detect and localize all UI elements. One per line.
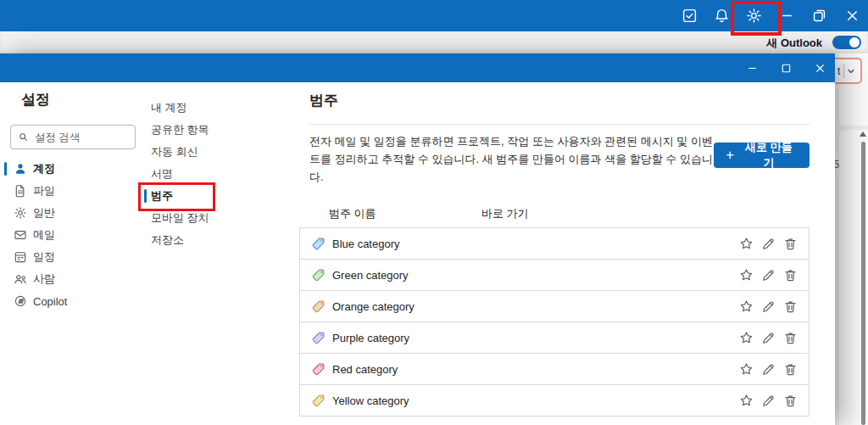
new-outlook-strip: 새 Outlook xyxy=(0,31,868,53)
scrollbar-thumb[interactable] xyxy=(861,142,865,425)
tag-icon xyxy=(311,299,326,314)
trash-icon[interactable] xyxy=(783,394,798,408)
category-name: Green category xyxy=(332,269,409,282)
category-row[interactable]: Purple category xyxy=(299,322,810,354)
subnav-item-my-account[interactable]: 내 계정 xyxy=(140,97,299,119)
calendar-icon xyxy=(14,250,27,264)
sidebar-item-copilot[interactable]: Copilot xyxy=(0,290,140,312)
trash-icon[interactable] xyxy=(783,331,798,345)
search-icon xyxy=(18,131,29,143)
app-titlebar xyxy=(0,0,868,31)
category-name: Purple category xyxy=(332,332,409,344)
subnav-item-label: 범주 xyxy=(151,188,173,204)
subnav-item-signature[interactable]: 서명 xyxy=(140,163,299,185)
pencil-icon[interactable] xyxy=(761,299,776,314)
sidebar-item-files[interactable]: 파일 xyxy=(0,180,140,202)
window-close-icon[interactable] xyxy=(844,8,860,24)
scroll-up-arrow-icon[interactable] xyxy=(860,131,866,137)
title-divider xyxy=(309,124,810,125)
sidebar-item-calendar[interactable]: 일정 xyxy=(0,246,140,268)
dialog-close-icon[interactable] xyxy=(810,53,830,82)
category-row[interactable]: Blue category xyxy=(299,227,810,260)
category-name: Orange category xyxy=(332,300,415,313)
star-icon[interactable] xyxy=(739,362,754,377)
category-name: Yellow category xyxy=(332,394,409,407)
column-shortcut: 바로 가기 xyxy=(481,206,529,221)
category-row[interactable]: Orange category xyxy=(299,290,810,322)
new-outlook-label: 새 Outlook xyxy=(766,36,822,51)
settings-search-box[interactable] xyxy=(10,125,136,149)
gear-icon xyxy=(14,206,27,220)
categories-description: 전자 메일 및 일정을 분류하면 프로젝트, 작업 또는 사용자와 관련된 메시… xyxy=(309,132,714,186)
window-restore-icon[interactable] xyxy=(811,8,827,24)
star-icon[interactable] xyxy=(739,394,754,408)
subnav-item-storage[interactable]: 저장소 xyxy=(140,229,299,251)
subnav-item-label: 서명 xyxy=(151,166,173,182)
pencil-icon[interactable] xyxy=(761,394,776,408)
sidebar-item-label: 파일 xyxy=(33,183,55,199)
subnav-item-shared[interactable]: 공유한 항목 xyxy=(140,119,299,141)
outlook-app: 새 Outlook 5 t xyxy=(0,0,868,425)
create-new-label: 새로 만들기 xyxy=(740,140,798,171)
tag-icon xyxy=(311,268,326,282)
settings-nav: 계정 파일 일반 xyxy=(0,158,140,312)
categories-panel: 범주 전자 메일 및 일정을 분류하면 프로젝트, 작업 또는 사용자와 관련된… xyxy=(299,82,835,425)
trash-icon[interactable] xyxy=(783,237,798,251)
subnav-item-label: 자동 회신 xyxy=(151,144,198,159)
subnav-item-auto-reply[interactable]: 자동 회신 xyxy=(140,141,299,163)
trash-icon[interactable] xyxy=(783,362,798,377)
dialog-minimize-icon[interactable] xyxy=(742,53,762,82)
subnav-item-categories[interactable]: 범주 xyxy=(140,185,299,207)
subnav-item-label: 공유한 항목 xyxy=(151,122,209,137)
settings-sidebar: 설정 계정 xyxy=(0,82,140,425)
window-minimize-icon[interactable] xyxy=(779,8,795,24)
mail-icon xyxy=(14,228,27,242)
star-icon[interactable] xyxy=(739,268,754,282)
tag-icon xyxy=(311,362,326,377)
sidebar-item-mail[interactable]: 메일 xyxy=(0,224,140,246)
column-category-name: 범주 이름 xyxy=(329,206,376,221)
sidebar-item-label: 사람 xyxy=(33,271,55,287)
sidebar-item-label: 일반 xyxy=(33,205,55,221)
description-line-2: 정리하고 추적할 수 있습니다. 새 범주를 만들어 이름과 색을 할당할 수 … xyxy=(309,153,713,183)
gear-icon[interactable] xyxy=(746,8,762,24)
subnav-item-label: 모바일 장치 xyxy=(151,210,209,226)
dialog-titlebar xyxy=(0,53,835,82)
my-day-icon[interactable] xyxy=(682,8,698,24)
category-row[interactable]: Green category xyxy=(299,259,810,291)
sidebar-item-label: 일정 xyxy=(33,249,55,265)
dialog-maximize-icon[interactable] xyxy=(776,53,796,82)
copilot-icon xyxy=(14,294,27,308)
table-header: 범주 이름 바로 가기 xyxy=(299,204,810,223)
sidebar-item-general[interactable]: 일반 xyxy=(0,202,140,224)
settings-search-input[interactable] xyxy=(33,131,135,144)
pencil-icon[interactable] xyxy=(761,237,776,251)
star-icon[interactable] xyxy=(739,237,754,251)
chevron-down-icon xyxy=(847,67,855,75)
settings-dialog: 설정 계정 xyxy=(0,53,835,425)
new-outlook-toggle[interactable] xyxy=(832,36,861,49)
tag-icon xyxy=(311,331,326,345)
dropdown-divider xyxy=(843,64,844,78)
toggle-knob xyxy=(849,37,860,48)
plus-icon: + xyxy=(726,148,733,162)
people-icon xyxy=(14,272,27,286)
sidebar-item-people[interactable]: 사람 xyxy=(0,268,140,290)
trash-icon[interactable] xyxy=(783,299,798,314)
pencil-icon[interactable] xyxy=(761,268,776,282)
create-new-button[interactable]: + 새로 만들기 xyxy=(714,143,810,168)
star-icon[interactable] xyxy=(739,299,754,314)
dropdown-partial-text: t xyxy=(837,65,840,77)
pencil-icon[interactable] xyxy=(761,362,776,377)
category-row[interactable]: Yellow category xyxy=(299,384,810,417)
pencil-icon[interactable] xyxy=(761,331,776,345)
star-icon[interactable] xyxy=(739,331,754,345)
trash-icon[interactable] xyxy=(783,268,798,282)
category-name: Blue category xyxy=(332,238,400,250)
bell-icon[interactable] xyxy=(714,8,730,24)
category-row[interactable]: Red category xyxy=(299,353,810,385)
subnav-item-mobile-devices[interactable]: 모바일 장치 xyxy=(140,207,299,229)
file-icon xyxy=(14,184,27,198)
sidebar-item-account[interactable]: 계정 xyxy=(0,158,140,180)
settings-title: 설정 xyxy=(21,90,140,110)
